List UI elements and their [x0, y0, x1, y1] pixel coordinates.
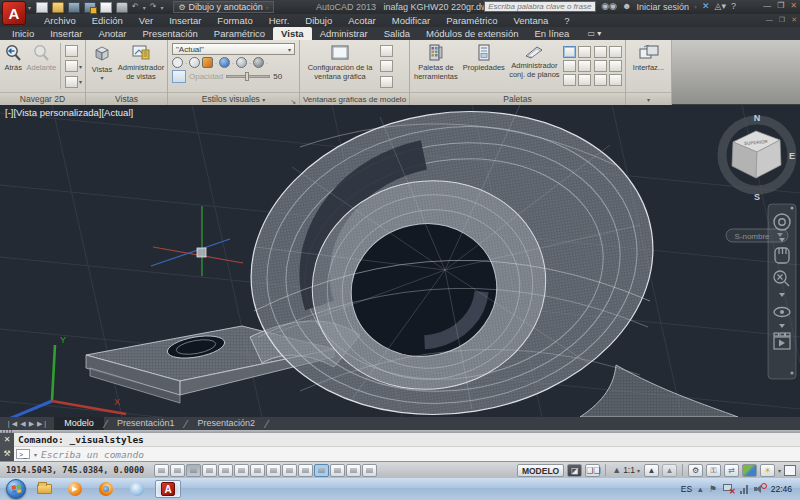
tab-administrar[interactable]: Administrar	[312, 27, 376, 40]
status-menu-caret-icon[interactable]: ▾	[778, 467, 781, 474]
shaded-style-icon[interactable]	[253, 57, 264, 68]
tab-vista[interactable]: Vista	[273, 27, 312, 40]
ribbon-palette-icon-11[interactable]	[594, 74, 607, 86]
performance-tuner-icon[interactable]: ☀	[760, 464, 775, 477]
next-tab-button[interactable]: ▶	[29, 420, 34, 428]
viewport-controls-label[interactable]: [-][Vista personalizada][Actual]	[5, 107, 133, 118]
toggle-otrack[interactable]	[266, 464, 281, 477]
last-tab-button[interactable]: ▶❘	[37, 420, 48, 428]
forward-button[interactable]: Adelante	[27, 42, 57, 90]
tab-modulos[interactable]: Módulos de extensión	[418, 27, 526, 40]
workspace-switcher[interactable]: ⚙ Dibujo y anotación ▾	[173, 1, 273, 13]
toggle-grid[interactable]	[186, 464, 201, 477]
toggle-dyn[interactable]	[298, 464, 313, 477]
minimize-ribbon-button[interactable]: ▭ ▾	[587, 28, 601, 40]
menu-help[interactable]: ?	[556, 15, 577, 26]
zoom-extents-icon[interactable]	[65, 76, 78, 88]
orbit-caret-icon[interactable]: ▾	[79, 63, 82, 70]
open-file-icon[interactable]	[52, 2, 64, 13]
new-file-icon[interactable]	[36, 2, 48, 13]
command-tools-icon[interactable]: ⚒	[0, 447, 14, 461]
start-button[interactable]	[6, 479, 26, 499]
application-menu-caret-icon[interactable]: ▾	[28, 4, 31, 11]
menu-archivo[interactable]: Archivo	[36, 15, 84, 26]
command-history-line[interactable]: Comando: _visualstyles	[14, 433, 800, 447]
toggle-ortho[interactable]	[202, 464, 217, 477]
quick-view-layouts-icon[interactable]: ◪	[567, 464, 582, 477]
panel-label-ventanas[interactable]: Ventanas gráficas de modelo	[300, 92, 409, 105]
taskbar-media-player-button[interactable]: ▶	[62, 480, 88, 498]
tab-parametrico[interactable]: Paramétrico	[206, 27, 273, 40]
vistas-button[interactable]: Vistas ▾	[89, 42, 115, 90]
close-button[interactable]: ✕	[790, 1, 797, 10]
search-binoculars-icon[interactable]: ◉◉	[601, 2, 617, 11]
wireframe-2d-icon[interactable]	[172, 57, 183, 68]
toggle-polar[interactable]	[218, 464, 233, 477]
ribbon-palette-icon-12[interactable]	[609, 74, 622, 86]
first-tab-button[interactable]: ❘◀	[6, 420, 17, 428]
estilos-panel-caret-icon[interactable]: ▾	[262, 97, 265, 103]
view-manager-button[interactable]: Administrador de vistas	[118, 42, 164, 90]
doc-restore-button[interactable]: ❐	[779, 16, 785, 24]
join-viewports-icon[interactable]	[380, 60, 393, 72]
menu-insertar[interactable]: Insertar	[161, 15, 209, 26]
command-input-line[interactable]: >_ ▾ Escriba un comando	[14, 447, 800, 461]
undo-icon[interactable]: ↶	[132, 3, 139, 11]
tab-inicio[interactable]: Inicio	[4, 27, 42, 40]
bearing-model[interactable]	[86, 105, 738, 417]
language-indicator[interactable]: ES	[681, 484, 692, 494]
ribbon-palette-icon-4[interactable]	[578, 60, 591, 72]
menu-herr[interactable]: Herr.	[261, 15, 298, 26]
toggle-lwt[interactable]	[314, 464, 329, 477]
realistic-style-icon[interactable]	[219, 57, 230, 68]
pan-icon[interactable]	[65, 45, 78, 57]
panel-label-paletas[interactable]: Paletas	[410, 92, 625, 105]
toggle-transparency[interactable]	[330, 464, 345, 477]
toggle-osnap[interactable]	[234, 464, 249, 477]
zoom-caret-icon[interactable]: ▾	[79, 78, 82, 85]
viewcube[interactable]: N E S SUPERIOR	[722, 113, 795, 202]
network-disconnected-icon[interactable]: ✕	[723, 484, 734, 494]
toggle-infer-constraints[interactable]	[154, 464, 169, 477]
xray-toggle-icon[interactable]	[172, 70, 186, 83]
sign-in-caret-icon[interactable]: ▾	[694, 4, 697, 10]
menu-ver[interactable]: Ver	[131, 15, 161, 26]
ribbon-palette-icon-6[interactable]	[578, 74, 591, 86]
hidden-icons-button[interactable]: ▴	[698, 485, 703, 494]
ribbon-palette-icon-8[interactable]	[609, 46, 622, 58]
panel-label-interfaz[interactable]: ▾	[626, 92, 671, 105]
workspace-gear-icon[interactable]: ⚙	[688, 464, 703, 477]
ribbon-palette-icon-3[interactable]	[563, 60, 576, 72]
toggle-quick-properties[interactable]	[346, 464, 361, 477]
opacity-slider[interactable]	[226, 75, 270, 78]
redo-caret-icon[interactable]: ▾	[160, 4, 163, 11]
model-space-button[interactable]: MODELO	[517, 464, 564, 477]
menu-dibujo[interactable]: Dibujo	[297, 15, 340, 26]
search-input[interactable]	[484, 1, 596, 12]
tab-anotar[interactable]: Anotar	[90, 27, 134, 40]
minimize-button[interactable]: —	[763, 1, 771, 10]
ribbon-palette-icon-10[interactable]	[609, 60, 622, 72]
quick-view-drawings-icon[interactable]: ❑❑	[585, 464, 600, 477]
sign-in-button[interactable]: Iniciar sesión	[636, 2, 689, 12]
tab-en-linea[interactable]: En línea	[527, 27, 578, 40]
redo-icon[interactable]: ↷	[150, 3, 157, 11]
taskbar-browser-button[interactable]	[124, 480, 150, 498]
menu-parametrico[interactable]: Paramétrico	[438, 15, 505, 26]
back-button[interactable]: Atrás	[3, 42, 24, 90]
panel-label-estilos[interactable]: Estilos visuales ▾ ↘	[168, 92, 299, 105]
ribbon-palette-icon-9[interactable]	[594, 60, 607, 72]
xray-style-icon[interactable]	[236, 57, 247, 68]
taskbar-explorer-button[interactable]	[31, 480, 57, 498]
taskbar-autocad-button[interactable]: A	[155, 480, 181, 498]
tab-presentacion1[interactable]: Presentación1	[107, 417, 185, 430]
hidden-style-icon[interactable]	[189, 57, 200, 68]
tab-salida[interactable]: Salida	[376, 27, 418, 40]
toolbar-lock-icon[interactable]: ⚿	[706, 464, 721, 477]
annotation-scale-control[interactable]: ▲ 1:1 ▾	[611, 464, 641, 476]
exchange-apps-icon[interactable]: ✕	[702, 2, 710, 11]
volume-muted-icon[interactable]	[754, 484, 765, 494]
compass-north-label[interactable]: N	[754, 113, 761, 123]
undo-caret-icon[interactable]: ▾	[143, 4, 146, 11]
clean-screen-button[interactable]	[784, 465, 796, 476]
